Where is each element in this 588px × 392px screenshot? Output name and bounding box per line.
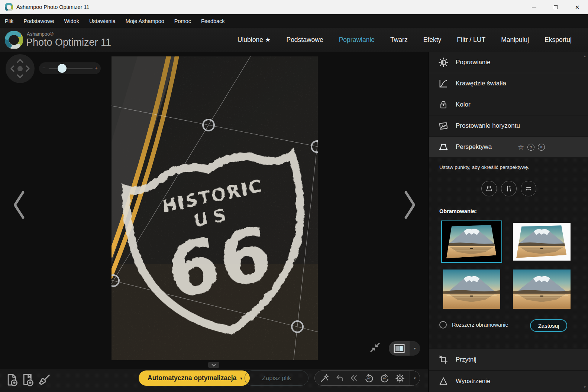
border-mode-label: Obramowanie:: [439, 208, 477, 214]
auto-optimize-button[interactable]: Automatyczna optymalizacja ▾: [139, 370, 250, 386]
menu-plik[interactable]: Plik: [5, 18, 13, 24]
brand-product: Photo Optimizer 11: [26, 37, 111, 48]
frame-option-stretch[interactable]: [513, 270, 571, 309]
magic-wand-icon: [319, 373, 330, 383]
close-button[interactable]: ✕: [566, 0, 588, 14]
save-file-button[interactable]: Zapisz plik: [245, 370, 308, 386]
menu-moje-ashampoo[interactable]: Moje Ashampoo: [126, 18, 164, 24]
clear-list-button[interactable]: [37, 372, 52, 387]
perspective-vertical-button[interactable]: [501, 181, 517, 196]
sidebar-item-krawedzie-swiatla[interactable]: Krawędzie światła: [429, 73, 588, 94]
zoom-in-label[interactable]: +: [94, 65, 98, 71]
sidebar-label-kolor: Kolor: [456, 101, 471, 108]
menu-pomoc[interactable]: Pomoc: [174, 18, 191, 24]
sidebar-item-prostowanie[interactable]: Prostowanie horyzontu: [429, 115, 588, 137]
add-page-button[interactable]: [20, 372, 35, 387]
maximize-button[interactable]: [545, 0, 566, 14]
pan-control[interactable]: [6, 54, 35, 83]
tools-dropdown-icon: ▾: [414, 376, 416, 380]
sidebar-scroll-down-icon[interactable]: ▼: [583, 385, 587, 389]
compare-view-dropdown[interactable]: ▾: [410, 341, 420, 356]
help-icon[interactable]: ?: [527, 144, 534, 151]
sidebar-label-poprawianie: Poprawianie: [456, 59, 491, 66]
zoom-track[interactable]: [49, 68, 93, 69]
trapezoid-points-icon: [484, 184, 494, 193]
favorite-star-icon[interactable]: ☆: [518, 144, 524, 151]
settings-button[interactable]: [395, 373, 405, 383]
horizontal-lines-icon: [524, 184, 533, 193]
close-tool-icon[interactable]: ✕: [538, 144, 545, 151]
titlebar: Ashampoo Photo Optimizer 11 ✕: [0, 0, 588, 14]
frame-option-white[interactable]: [513, 223, 571, 261]
split-view-icon: [393, 343, 406, 354]
rotate-right-label: 90°: [383, 377, 387, 380]
zoom-slider[interactable]: − +: [39, 62, 101, 74]
tools-dropdown[interactable]: ▾: [410, 371, 420, 385]
apply-button[interactable]: Zastosuj: [530, 319, 567, 332]
brand-company: Ashampoo®: [27, 31, 54, 37]
sidebar-item-kolor[interactable]: Kolor: [429, 94, 588, 115]
menu-feedback[interactable]: Feedback: [201, 18, 225, 24]
main-nav: Ulubione ★ Podstawowe Poprawianie Twarz …: [238, 28, 588, 52]
collapse-panel-button[interactable]: [208, 362, 219, 368]
vertical-lines-icon: [504, 184, 514, 193]
menu-podstawowe[interactable]: Podstawowe: [23, 18, 54, 24]
previous-image-button[interactable]: [10, 190, 28, 220]
sidebar-item-poprawianie[interactable]: Poprawianie: [429, 52, 588, 73]
sidebar-scroll-up-icon[interactable]: ▲: [583, 54, 587, 58]
maximize-icon: [554, 5, 558, 9]
auto-optimize-dropdown-icon[interactable]: ▾: [240, 375, 242, 381]
lock-icon: [437, 99, 450, 110]
rotate-right-button[interactable]: 90°: [379, 373, 390, 384]
rotate-left-label: 90°: [367, 377, 371, 380]
zoom-out-label[interactable]: −: [42, 65, 46, 71]
photo-route66: HISTORIC US 66: [112, 56, 318, 360]
tab-manipuluj[interactable]: Manipuluj: [501, 36, 529, 44]
menu-ustawienia[interactable]: Ustawienia: [89, 18, 116, 24]
perspective-panel: Ustaw punkty, aby określić perspektywę.: [429, 158, 588, 349]
compare-view-button[interactable]: ▾: [389, 341, 420, 356]
zoom-knob[interactable]: [58, 64, 67, 73]
undo-button[interactable]: [334, 373, 345, 383]
extend-border-radio[interactable]: [439, 321, 447, 329]
perspective-horizontal-button[interactable]: [521, 181, 536, 196]
chevron-right-icon: [401, 190, 419, 220]
tab-poprawianie[interactable]: Poprawianie: [339, 36, 375, 44]
chevron-left-icon: [10, 190, 28, 220]
rotate-left-button[interactable]: 90°: [364, 373, 375, 384]
frame-option-black[interactable]: [441, 220, 502, 263]
tab-podstawowe[interactable]: Podstawowe: [286, 36, 323, 44]
perspective-icon: [437, 141, 450, 153]
broom-icon: [37, 372, 52, 387]
perspective-free-button[interactable]: [481, 181, 497, 196]
sidebar-item-perspektywa[interactable]: Perspektywa ☆ ? ✕: [429, 137, 588, 158]
add-file-button[interactable]: [5, 372, 20, 387]
sidebar: Poprawianie Krawędzie światła: [428, 52, 588, 392]
tab-ulubione[interactable]: Ulubione ★: [238, 36, 271, 44]
next-image-button[interactable]: [401, 190, 419, 220]
brightness-icon: [437, 57, 450, 68]
frame-option-fill[interactable]: [443, 270, 500, 309]
tab-eksportuj[interactable]: Eksportuj: [545, 36, 572, 44]
tab-filtr-lut[interactable]: Filtr / LUT: [457, 36, 485, 44]
undo-all-button[interactable]: [349, 373, 359, 383]
auto-magic-button[interactable]: [319, 373, 330, 383]
tab-efekty[interactable]: Efekty: [423, 36, 442, 44]
app-logo-large-icon: [5, 31, 23, 49]
sidebar-item-wyostrzenie[interactable]: Wyostrzenie: [429, 371, 588, 392]
menubar: Plik Podstawowe Widok Ustawienia Moje As…: [0, 14, 588, 28]
tab-twarz[interactable]: Twarz: [390, 36, 408, 44]
pan-arrows-icon: [6, 54, 35, 83]
sidebar-item-przytnij[interactable]: Przytnij: [429, 349, 588, 370]
close-icon: ✕: [575, 4, 580, 10]
menu-widok[interactable]: Widok: [64, 18, 79, 24]
minimize-button[interactable]: [523, 0, 545, 14]
sharpen-triangle-icon: [437, 376, 450, 387]
canvas-area: − +: [0, 52, 428, 369]
crop-icon: [437, 354, 450, 365]
fit-to-screen-button[interactable]: [369, 342, 381, 353]
minimize-icon: [532, 7, 536, 7]
sidebar-label-przytnij: Przytnij: [456, 356, 476, 363]
edit-tools-pill: 90° 90°: [314, 370, 420, 386]
undo-icon: [334, 373, 345, 383]
